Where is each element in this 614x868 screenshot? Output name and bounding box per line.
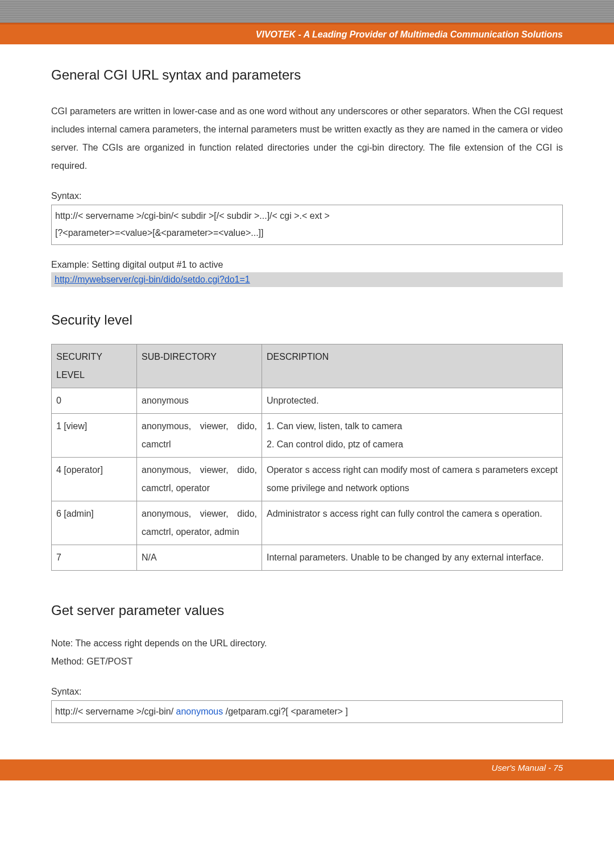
table-row: 4 [operator] anonymous, viewer, dido, ca… (52, 457, 563, 501)
cell-subdir: anonymous (137, 388, 262, 413)
syntax3-param: <parameter> (291, 707, 343, 716)
th-description: DESCRIPTION (262, 344, 563, 388)
th-security-level: SECURITY LEVEL (52, 344, 137, 388)
example-label: Example: Setting digital output #1 to ac… (51, 260, 563, 270)
cell-level: 0 (52, 388, 137, 413)
table-header-row: SECURITY LEVEL SUB-DIRECTORY DESCRIPTION (52, 344, 563, 388)
top-strip (0, 0, 614, 23)
section2-title: Security level (51, 312, 563, 328)
cell-level: 6 [admin] (52, 501, 137, 545)
syntax-line-1b: [?<parameter>=<value>[&<parameter>=<valu… (55, 225, 559, 242)
cell-desc: Operator s access right can modify most … (262, 457, 563, 501)
cell-subdir: anonymous, viewer, dido, camctrl, operat… (137, 457, 262, 501)
footer: User's Manual - 75 (0, 759, 614, 780)
cell-desc: Internal parameters. Unable to be change… (262, 545, 563, 570)
section1-title: General CGI URL syntax and parameters (51, 67, 563, 83)
page-content: General CGI URL syntax and parameters CG… (0, 44, 614, 740)
th-subdirectory: SUB-DIRECTORY (137, 344, 262, 388)
security-table: SECURITY LEVEL SUB-DIRECTORY DESCRIPTION… (51, 344, 563, 571)
table-row: 6 [admin] anonymous, viewer, dido, camct… (52, 501, 563, 545)
note-method: Method: GET/POST (51, 653, 563, 671)
syntax-label-2: Syntax: (51, 687, 563, 697)
syntax-line-1a: http://< servername >/cgi-bin/< subdir >… (55, 207, 559, 225)
example-link[interactable]: http://mywebserver/cgi-bin/dido/setdo.cg… (55, 275, 250, 284)
cell-level: 4 [operator] (52, 457, 137, 501)
cell-subdir: anonymous, viewer, dido, camctrl (137, 413, 262, 457)
syntax3-mid: /getparam.cgi?[ (223, 707, 291, 716)
table-row: 7 N/A Internal parameters. Unable to be … (52, 545, 563, 570)
example-row: http://mywebserver/cgi-bin/dido/setdo.cg… (51, 272, 563, 287)
header-brand: VIVOTEK - A Leading Provider of Multimed… (256, 30, 563, 40)
cell-subdir: N/A (137, 545, 262, 570)
section3-title: Get server parameter values (51, 603, 563, 618)
cell-level: 1 [view] (52, 413, 137, 457)
table-row: 1 [view] anonymous, viewer, dido, camctr… (52, 413, 563, 457)
cell-subdir: anonymous, viewer, dido, camctrl, operat… (137, 501, 262, 545)
header-bar: VIVOTEK - A Leading Provider of Multimed… (0, 23, 614, 44)
syntax-box-1: http://< servername >/cgi-bin/< subdir >… (51, 205, 563, 245)
cell-desc: Unprotected. (262, 388, 563, 413)
syntax3-pre: http://< servername >/cgi-bin/ (55, 707, 176, 716)
syntax3-end: ] (343, 707, 348, 716)
syntax-box-2: http://< servername >/cgi-bin/ anonymous… (51, 700, 563, 723)
cell-desc: Administrator s access right can fully c… (262, 501, 563, 545)
cell-desc: 1. Can view, listen, talk to camera 2. C… (262, 413, 563, 457)
section1-body: CGI parameters are written in lower-case… (51, 102, 563, 175)
note-access: Note: The access right depends on the UR… (51, 634, 563, 653)
cell-level: 7 (52, 545, 137, 570)
syntax-label-1: Syntax: (51, 191, 563, 201)
syntax3-anonymous: anonymous (176, 707, 223, 716)
footer-text: User's Manual - 75 (492, 763, 563, 773)
table-row: 0 anonymous Unprotected. (52, 388, 563, 413)
